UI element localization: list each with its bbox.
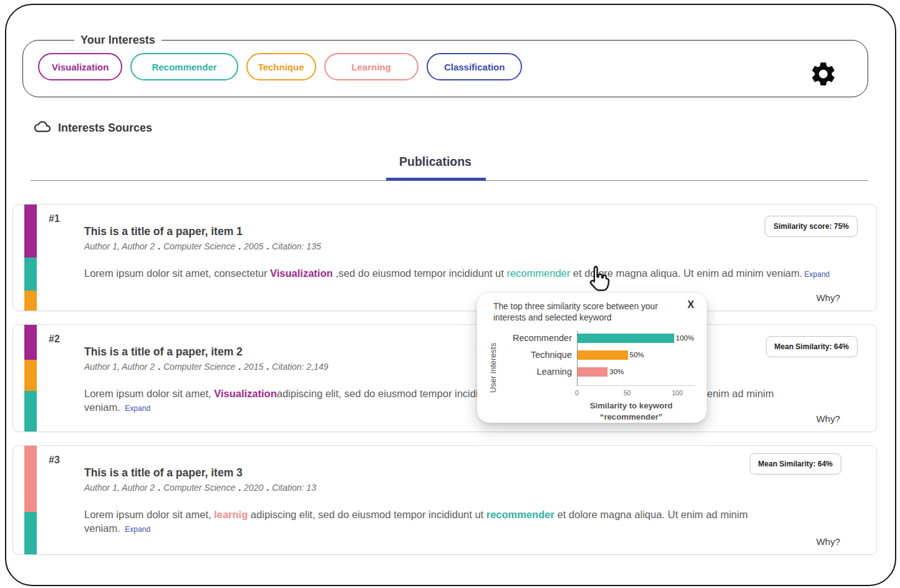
mean-similarity-badge: Mean Similarity: 64% <box>750 453 841 475</box>
year: 2020 <box>244 483 263 493</box>
tab-active-indicator <box>386 178 486 181</box>
chart-x-axis-label: Similarity to keyword “recommender” <box>566 400 697 422</box>
similarity-tooltip: The top three similarity score between y… <box>477 293 707 423</box>
rank-bar-segment-salmon <box>24 446 37 512</box>
chart-bar <box>578 350 628 360</box>
chart-category-label: Recommender <box>502 333 572 343</box>
publication-rank: #2 <box>49 334 60 345</box>
rank-bar-segment-teal <box>24 258 37 291</box>
publication-card-3: #3 This is a title of a paper, item 3 Au… <box>12 445 877 555</box>
tab-publications[interactable]: Publications <box>399 155 472 169</box>
similarity-bar-chart: User interests RecommenderTechniqueLearn… <box>493 333 694 413</box>
why-link[interactable]: Why? <box>816 292 840 303</box>
interest-chips: Visualization Recommender Technique Lear… <box>38 53 853 80</box>
year: 2005 <box>244 241 263 251</box>
publication-title: This is a title of a paper, item 3 <box>84 466 858 480</box>
publication-abstract: Lorem ipsum dolor sit amet, consectetur … <box>84 266 842 280</box>
publication-rank: #3 <box>49 455 60 466</box>
your-interests-legend: Your Interests <box>74 34 162 47</box>
keyword-visualization[interactable]: Visualization <box>214 388 277 399</box>
chart-x-tick: 100 <box>672 389 683 397</box>
why-link[interactable]: Why? <box>816 413 840 424</box>
authors: Author 1, Author 2 <box>84 362 155 372</box>
expand-link[interactable]: Expand <box>805 270 830 279</box>
publication-meta: Author 1, Author 2.Computer Science.2020… <box>84 483 858 493</box>
authors: Author 1, Author 2 <box>84 483 155 493</box>
keyword-learning[interactable]: learnig <box>214 509 248 520</box>
venue: Computer Science <box>163 241 235 251</box>
settings-button[interactable] <box>809 60 838 89</box>
rank-bar-segment-magenta <box>24 205 37 258</box>
chart-plot-area: 100%50%30% <box>577 330 694 386</box>
tooltip-title: The top three similarity score between y… <box>493 301 678 324</box>
rank-bar-segment-orange <box>24 291 37 311</box>
keyword-recommender[interactable]: recommender <box>486 509 554 520</box>
publication-card-2: #2 This is a title of a paper, item 2 Au… <box>12 324 877 432</box>
similarity-score-badge: Similarity score: 75% <box>765 216 858 237</box>
chip-technique[interactable]: Technique <box>246 53 316 80</box>
chart-bar-value: 50% <box>630 351 644 359</box>
citation-count: Citation: 135 <box>272 241 321 251</box>
chart-bar <box>578 334 674 343</box>
publication-abstract: Lorem ipsum dolor sit amet, learnig adip… <box>84 508 783 535</box>
rank-bar-segment-teal <box>24 512 37 554</box>
chart-y-axis-label: User interests <box>488 337 498 393</box>
expand-link[interactable]: Expand <box>125 404 150 413</box>
expand-link[interactable]: Expand <box>125 525 150 534</box>
cloud-icon <box>34 120 51 136</box>
your-interests-panel: Your Interests Visualization Recommender… <box>22 34 868 97</box>
interests-sources-label: Interests Sources <box>58 122 152 135</box>
year: 2015 <box>244 362 263 372</box>
publications-list: #1 This is a title of a paper, item 1 Au… <box>12 204 877 568</box>
chip-classification[interactable]: Classification <box>427 53 523 80</box>
rank-bar-segment-magenta <box>24 325 37 360</box>
chip-recommender[interactable]: Recommender <box>130 53 238 80</box>
publication-meta: Author 1, Author 2.Computer Science.2015… <box>84 362 858 372</box>
interest-distribution-bar <box>24 446 37 554</box>
chart-bar-value: 100% <box>676 334 694 342</box>
publication-meta: Author 1, Author 2.Computer Science.2005… <box>84 241 858 251</box>
citation-count: Citation: 13 <box>272 483 316 493</box>
chart-x-tick: 50 <box>624 389 631 397</box>
keyword-visualization[interactable]: Visualization <box>270 267 333 279</box>
chart-bar <box>578 367 607 377</box>
publication-rank: #1 <box>49 213 60 224</box>
interests-sources[interactable]: Interests Sources <box>34 120 152 136</box>
gear-icon <box>809 81 838 90</box>
venue: Computer Science <box>163 362 235 372</box>
interest-distribution-bar <box>24 205 37 311</box>
authors: Author 1, Author 2 <box>84 241 155 251</box>
rank-bar-segment-teal <box>24 391 37 431</box>
publication-title: This is a title of a paper, item 1 <box>84 225 858 238</box>
chip-visualization[interactable]: Visualization <box>38 53 122 80</box>
venue: Computer Science <box>163 483 235 493</box>
publication-card-1: #1 This is a title of a paper, item 1 Au… <box>12 204 877 311</box>
mean-similarity-badge: Mean Similarity: 64% <box>766 336 858 357</box>
interest-distribution-bar <box>24 325 37 431</box>
chart-category-label: Learning <box>502 367 572 377</box>
chart-bar-value: 30% <box>609 368 624 375</box>
close-icon[interactable]: X <box>687 299 694 311</box>
why-link[interactable]: Why? <box>816 536 840 547</box>
chart-category-label: Technique <box>502 350 572 360</box>
chart-x-ticks: 050100 <box>577 389 694 398</box>
chart-x-tick: 0 <box>575 389 579 397</box>
keyword-recommender[interactable]: recommender <box>506 267 570 279</box>
app-frame: Your Interests Visualization Recommender… <box>5 4 896 586</box>
citation-count: Citation: 2,149 <box>272 362 328 372</box>
chart-category-labels: RecommenderTechniqueLearning <box>502 333 572 383</box>
rank-bar-segment-orange <box>24 360 37 391</box>
chip-learning[interactable]: Learning <box>324 53 419 80</box>
publication-title: This is a title of a paper, item 2 <box>84 345 858 359</box>
